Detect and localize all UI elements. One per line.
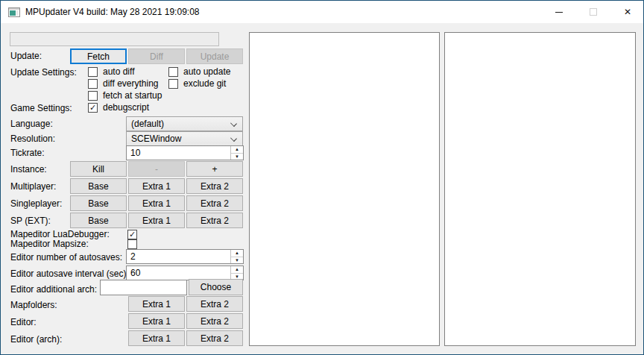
- resolution-select[interactable]: SCEWindow: [126, 131, 243, 146]
- instance-plus-button[interactable]: +: [186, 161, 243, 177]
- right-list-panel[interactable]: [444, 32, 636, 346]
- update-update-button: Update: [186, 48, 243, 64]
- language-label: Language:: [10, 119, 53, 129]
- autosave-interval-input[interactable]: [127, 266, 230, 280]
- resolution-select-value: SCEWindow: [131, 133, 181, 144]
- editor-extra1-button[interactable]: Extra 1: [128, 313, 185, 329]
- chevron-down-icon: [230, 120, 237, 127]
- autosaves-input[interactable]: [127, 250, 230, 263]
- singleplayer-extra1-button[interactable]: Extra 1: [128, 195, 185, 211]
- title-bar: MPUpdater V4 build: May 28 2021 19:09:08…: [1, 1, 643, 23]
- spin-down-icon[interactable]: ▼: [231, 154, 243, 160]
- spin-up-icon[interactable]: ▲: [231, 250, 243, 257]
- diff-everything-checkbox[interactable]: [88, 79, 98, 89]
- singleplayer-base-button[interactable]: Base: [70, 195, 127, 211]
- app-window: MPUpdater V4 build: May 28 2021 19:09:08…: [0, 0, 644, 355]
- sp-ext-base-button[interactable]: Base: [70, 213, 127, 228]
- auto-diff-checkbox[interactable]: [88, 67, 98, 77]
- singleplayer-label: Singleplayer:: [10, 199, 62, 209]
- tickrate-input[interactable]: [127, 146, 230, 160]
- autosaves-label: Editor number of autosaves:: [10, 253, 122, 263]
- app-icon-pane: [10, 10, 16, 16]
- game-settings-label: Game Settings:: [10, 104, 72, 113]
- chevron-down-icon: [230, 135, 237, 142]
- instance-label: Instance:: [10, 165, 47, 175]
- sp-ext-extra2-button[interactable]: Extra 2: [186, 213, 243, 228]
- autosave-interval-spin-buttons[interactable]: ▲ ▼: [230, 266, 243, 280]
- spin-up-icon[interactable]: ▲: [231, 146, 243, 154]
- choose-button[interactable]: Choose: [189, 279, 243, 295]
- instance-kill-button[interactable]: Kill: [70, 161, 127, 177]
- fetch-at-startup-checkbox[interactable]: [88, 91, 98, 101]
- editor-extra2-button[interactable]: Extra 2: [186, 313, 243, 329]
- close-icon: ✕: [624, 7, 631, 16]
- spin-up-icon[interactable]: ▲: [231, 266, 243, 274]
- maximize-button: [576, 1, 610, 23]
- update-diff-button: Diff: [128, 48, 185, 64]
- language-select-value: (default): [131, 119, 164, 129]
- minimize-icon: [555, 12, 563, 13]
- mapeditor-mapsize-label: Mapeditor Mapsize:: [10, 239, 89, 249]
- autosave-interval-label: Editor autosave interval (sec):: [10, 269, 129, 279]
- app-icon-titlebar: [9, 8, 19, 10]
- update-label: Update:: [10, 51, 42, 61]
- auto-update-checkbox[interactable]: [168, 67, 178, 77]
- app-icon-pane2: [16, 10, 18, 16]
- editor-label: Editor:: [10, 318, 37, 327]
- resolution-label: Resolution:: [10, 134, 55, 144]
- mapeditor-mapsize-checkbox[interactable]: [127, 239, 137, 249]
- language-select[interactable]: (default): [126, 116, 243, 131]
- autosaves-spin-buttons[interactable]: ▲ ▼: [230, 250, 243, 263]
- exclude-git-checkbox[interactable]: [168, 79, 178, 89]
- multiplayer-extra2-button[interactable]: Extra 2: [186, 178, 243, 194]
- singleplayer-extra2-button[interactable]: Extra 2: [186, 195, 243, 211]
- update-fetch-button[interactable]: Fetch: [70, 48, 127, 64]
- tickrate-spin-buttons[interactable]: ▲ ▼: [230, 146, 243, 160]
- editor-arch-extra2-button[interactable]: Extra 2: [186, 330, 243, 346]
- spin-down-icon[interactable]: ▼: [231, 257, 243, 264]
- multiplayer-base-button[interactable]: Base: [70, 178, 127, 194]
- tickrate-label: Tickrate:: [10, 148, 45, 158]
- sp-ext-label: SP (EXT):: [10, 216, 51, 226]
- diff-everything-checkbox-label[interactable]: diff everything: [103, 79, 159, 89]
- autosave-interval-spinbox[interactable]: ▲ ▼: [126, 266, 244, 280]
- autosaves-spinbox[interactable]: ▲ ▼: [126, 249, 244, 264]
- tickrate-spinbox[interactable]: ▲ ▼: [126, 145, 244, 160]
- instance-minus-button: -: [128, 161, 185, 177]
- window-title: MPUpdater V4 build: May 28 2021 19:09:08: [25, 7, 199, 17]
- app-icon: [8, 7, 20, 17]
- editor-arch-label: Editor (arch):: [10, 335, 62, 345]
- mapfolders-extra1-button[interactable]: Extra 1: [128, 296, 185, 312]
- additional-arch-label: Editor additional arch:: [10, 285, 97, 295]
- additional-arch-input[interactable]: [100, 280, 187, 295]
- progress-bar: [10, 32, 219, 46]
- checkmark-icon: ✓: [129, 230, 136, 239]
- mapfolders-extra2-button[interactable]: Extra 2: [186, 296, 243, 312]
- debugscript-checkbox-label[interactable]: debugscript: [103, 103, 149, 113]
- auto-update-checkbox-label[interactable]: auto update: [183, 67, 230, 77]
- update-settings-label: Update Settings:: [10, 68, 77, 78]
- mapfolders-label: Mapfolders:: [10, 301, 57, 310]
- sp-ext-extra1-button[interactable]: Extra 1: [128, 213, 185, 228]
- close-button[interactable]: ✕: [610, 1, 644, 23]
- editor-arch-extra1-button[interactable]: Extra 1: [128, 330, 185, 346]
- multiplayer-extra1-button[interactable]: Extra 1: [128, 178, 185, 194]
- checkmark-icon: ✓: [89, 104, 96, 112]
- minimize-button[interactable]: [542, 1, 576, 23]
- debugscript-checkbox[interactable]: ✓: [88, 103, 98, 113]
- maximize-icon: [590, 8, 597, 16]
- multiplayer-label: Multiplayer:: [10, 182, 56, 192]
- left-list-panel[interactable]: [249, 32, 440, 346]
- mapeditor-luadebugger-checkbox[interactable]: ✓: [127, 230, 137, 239]
- auto-diff-checkbox-label[interactable]: auto diff: [103, 67, 134, 77]
- fetch-at-startup-checkbox-label[interactable]: fetch at startup: [103, 91, 162, 101]
- exclude-git-checkbox-label[interactable]: exclude git: [183, 79, 226, 89]
